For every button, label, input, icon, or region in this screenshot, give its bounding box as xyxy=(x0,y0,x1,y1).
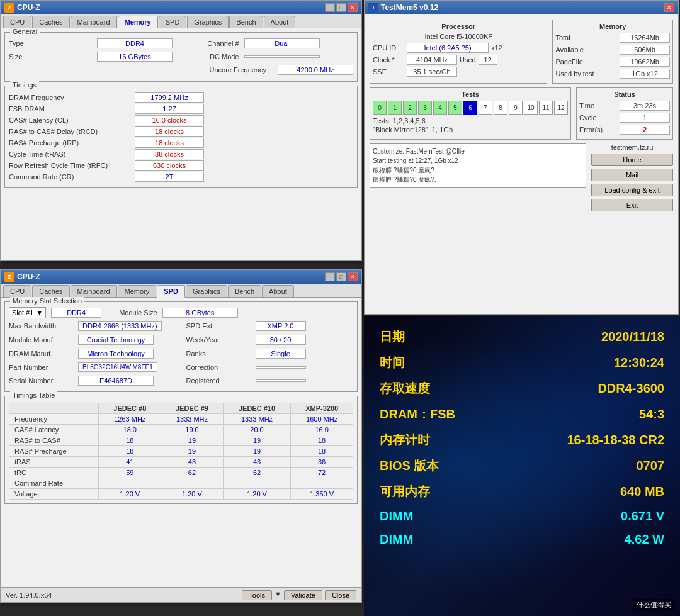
close-button[interactable]: ✕ xyxy=(348,3,358,12)
tab-mainboard[interactable]: Mainboard xyxy=(71,16,117,28)
channel-label: Channel # xyxy=(188,40,244,47)
size-value: 16 GBytes xyxy=(97,52,173,62)
info-panel-label: 日期 xyxy=(380,328,405,345)
spd-tab-caches[interactable]: Caches xyxy=(32,285,69,297)
info-panel-row: 存取速度DDR4-3600 xyxy=(380,380,664,397)
info-panel-value: DDR4-3600 xyxy=(598,381,664,396)
tools-button[interactable]: Tools xyxy=(242,590,272,600)
tab-memory[interactable]: Memory xyxy=(118,16,158,28)
test-cell-11: 11 xyxy=(539,101,553,115)
table-cell: 1263 MHz xyxy=(99,414,161,425)
table-cell: Frequency xyxy=(9,414,99,425)
tab-cpu[interactable]: CPU xyxy=(3,16,31,28)
cpuz-memory-titlebar[interactable]: Z CPU-Z — □ ✕ xyxy=(1,1,361,14)
spd-close-button[interactable]: ✕ xyxy=(348,272,358,281)
table-cell: 36 xyxy=(291,457,353,468)
tab-bench[interactable]: Bench xyxy=(229,16,263,28)
info-panel-label: DRAM：FSB xyxy=(380,406,455,423)
fsb-label: FSB:DRAM xyxy=(9,105,135,113)
timings-table: JEDEC #8 JEDEC #9 JEDEC #10 XMP-3200 Fre… xyxy=(9,403,353,500)
spd-tab-cpu[interactable]: CPU xyxy=(3,285,31,297)
used-by-test-value: 1Gb x12 xyxy=(620,69,670,79)
minimize-button[interactable]: — xyxy=(325,3,335,12)
testmem-title: TestMem5 v0.12 xyxy=(381,3,438,12)
cas-value: 16.0 clocks xyxy=(135,115,204,125)
uncore-value: 4200.0 MHz xyxy=(278,65,353,75)
spd-maximize-button[interactable]: □ xyxy=(336,272,346,281)
info-panel-row: DRAM：FSB54:3 xyxy=(380,406,664,423)
testmem-icon: T xyxy=(368,3,378,13)
time-label: Time xyxy=(579,102,594,109)
tab-spd[interactable]: SPD xyxy=(159,16,187,28)
tab-graphics[interactable]: Graphics xyxy=(187,16,229,28)
slot-dropdown[interactable]: Slot #1 ▼ xyxy=(9,307,46,318)
tm-button[interactable]: Load config & exit xyxy=(591,184,673,196)
type-value: DDR4 xyxy=(97,38,173,48)
tm-button[interactable]: Home xyxy=(591,154,673,166)
clock-value: 4104 MHz xyxy=(407,55,457,65)
slot-value: Slot #1 xyxy=(12,309,33,316)
spd-tab-graphics[interactable]: Graphics xyxy=(186,285,227,297)
tab-about[interactable]: About xyxy=(264,16,296,28)
tests-list: Tests: 1,2,3,4,5,6 xyxy=(373,117,568,125)
tab-caches[interactable]: Caches xyxy=(32,16,69,28)
cpuz-spd-titlebar[interactable]: Z CPU-Z — □ ✕ xyxy=(1,270,361,284)
tm-button[interactable]: Exit xyxy=(591,199,673,211)
sse-value: 35.1 sec/Gb xyxy=(407,67,457,77)
testmem-window: T TestMem5 v0.12 ✕ Processor Intel Core … xyxy=(364,0,679,315)
table-cell: Voltage xyxy=(9,489,99,500)
validate-button[interactable]: Validate xyxy=(284,590,322,600)
trcd-value: 18 clocks xyxy=(135,126,204,137)
tm-button[interactable]: Mail xyxy=(591,169,673,181)
cpuz-icon: Z xyxy=(4,3,14,13)
col-header-name xyxy=(9,403,99,414)
table-cell: 19 xyxy=(161,435,224,446)
info-panel-content: 日期2020/11/18时间12:30:24存取速度DDR4-3600DRAM：… xyxy=(364,316,680,568)
table-cell: 18.0 xyxy=(99,425,161,435)
test-cell-8: 8 xyxy=(494,101,507,115)
timings-title: Timings xyxy=(10,81,39,89)
footer-version: Ver. 1.94.0.x64 xyxy=(6,591,52,599)
info-panel-row: 时间12:30:24 xyxy=(380,354,664,371)
pagefile-label: PageFile xyxy=(555,58,582,65)
info-panel-label: 可用内存 xyxy=(380,483,430,500)
table-cell xyxy=(223,478,290,489)
table-cell: tRC xyxy=(9,468,99,478)
spd-tab-about[interactable]: About xyxy=(262,285,294,297)
spd-tab-mainboard[interactable]: Mainboard xyxy=(71,285,117,297)
clock-label: Clock * xyxy=(373,56,404,64)
spd-minimize-button[interactable]: — xyxy=(325,272,335,281)
spd-tab-memory[interactable]: Memory xyxy=(118,285,157,297)
table-cell: 43 xyxy=(161,457,224,468)
test-cell-10: 10 xyxy=(524,101,538,115)
max-bw-label: Max Bandwidth xyxy=(9,322,78,330)
trfc-label: Row Refresh Cycle Time (tRFC) xyxy=(9,162,135,169)
test-cell-7: 7 xyxy=(479,101,492,115)
info-panel-value: 4.62 W xyxy=(625,532,664,547)
table-cell: 19.0 xyxy=(161,425,224,435)
table-cell: 62 xyxy=(161,468,224,478)
ranks-label: Ranks xyxy=(186,350,256,357)
dc-mode-value xyxy=(244,55,320,58)
spd-tab-bench[interactable]: Bench xyxy=(228,285,261,297)
testmem-titlebar[interactable]: T TestMem5 v0.12 ✕ xyxy=(365,1,678,14)
info-panel-label: 时间 xyxy=(380,354,405,371)
cycle-value: 1 xyxy=(620,113,670,123)
spd-tab-spd[interactable]: SPD xyxy=(157,285,185,298)
tm-site: testmem.tz.ru xyxy=(591,143,673,151)
test-cell-3: 3 xyxy=(418,101,432,115)
table-cell: 1600 MHz xyxy=(291,414,353,425)
testmem-close-button[interactable]: ✕ xyxy=(664,3,674,12)
tras-value: 38 clocks xyxy=(135,149,204,159)
tm-log: Customize: FastMemTest @OllieStart testi… xyxy=(370,143,586,188)
info-panel: 日期2020/11/18时间12:30:24存取速度DDR4-3600DRAM：… xyxy=(364,316,680,616)
maximize-button[interactable]: □ xyxy=(336,3,346,12)
mod-manuf-label: Module Manuf. xyxy=(9,336,78,344)
table-cell: 1.20 V xyxy=(161,489,224,500)
close-footer-button[interactable]: Close xyxy=(325,590,356,600)
table-cell: 43 xyxy=(223,457,290,468)
used-by-test-label: Used by test xyxy=(555,70,594,77)
info-panel-label: DIMM xyxy=(380,532,413,547)
cpuz-spd-window: Z CPU-Z — □ ✕ CPU Caches Mainboard Memor… xyxy=(0,269,362,603)
channel-value: Dual xyxy=(244,38,320,48)
